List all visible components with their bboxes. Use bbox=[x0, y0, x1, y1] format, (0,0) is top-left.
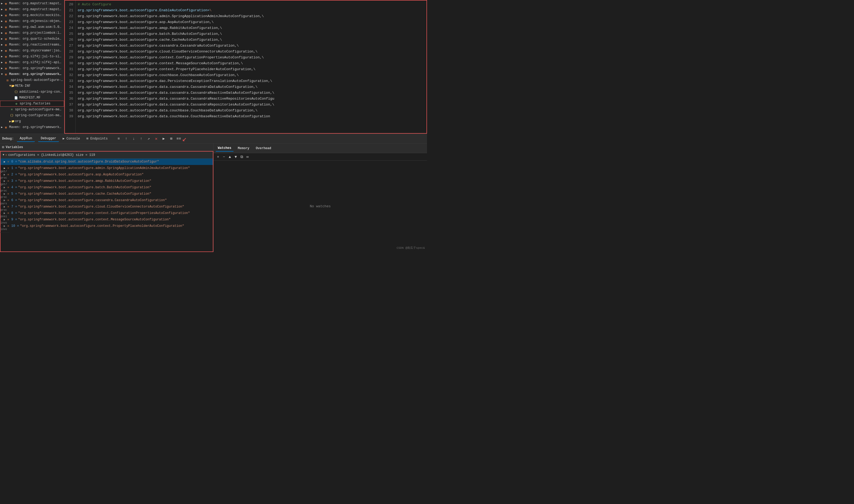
tree-item-org[interactable]: ▶📁org bbox=[0, 119, 64, 124]
expand-icon[interactable]: ▶ bbox=[1, 20, 3, 23]
tree-item-additional-json[interactable]: {}additional-spring-configuration-metada… bbox=[0, 89, 64, 95]
tab-overhead[interactable]: Overhead bbox=[254, 145, 274, 151]
remove-watch-btn[interactable]: − bbox=[222, 155, 227, 159]
expand-icon[interactable]: ▶ bbox=[1, 55, 3, 58]
code-line-26: org.springframework.boot.autoconfigure.c… bbox=[78, 37, 424, 43]
tree-item-spring-boot[interactable]: ▶▣Maven: org.springframework.boot:spring… bbox=[0, 65, 64, 71]
evaluate-btn[interactable]: ✕ bbox=[153, 136, 159, 142]
tab-apprun[interactable]: AppRun bbox=[17, 135, 35, 142]
var-expand-1[interactable]: ▶ bbox=[3, 166, 6, 170]
expand-icon[interactable]: ▶ bbox=[1, 37, 3, 40]
tree-item-maven-spring-boot-starter[interactable]: ▶▣Maven: org.springframework.boot:spring… bbox=[0, 124, 64, 130]
var-expand-5[interactable]: ▶ bbox=[3, 192, 6, 196]
var-expand-4[interactable]: ▶ bbox=[3, 185, 6, 189]
tab-memory[interactable]: Memory bbox=[236, 145, 251, 151]
show-exec-point-btn[interactable]: ≡ bbox=[116, 136, 122, 142]
tree-item-jar-file[interactable]: ▤spring-boot-autoconfigure-2.1.0.RELEASE… bbox=[0, 77, 64, 83]
copy-btn[interactable]: ⧉ bbox=[239, 155, 244, 159]
move-down-btn[interactable]: ▼ bbox=[233, 155, 238, 159]
var-item-2[interactable]: ▶≡2 = "org.springframework.boot.autoconf… bbox=[1, 172, 213, 178]
tree-item-spring-config-meta[interactable]: {}spring-configuration-metadata.json bbox=[0, 112, 64, 119]
tree-item-spring-boot-autoconfig[interactable]: ▼▣Maven: org.springframework.boot:spring… bbox=[0, 71, 64, 77]
tree-item-meta-inf[interactable]: ▼📂META-INF bbox=[0, 83, 64, 89]
tree-item-ow2[interactable]: ▶▣Maven: org.ow2.asm:asm:5.0.4 bbox=[0, 24, 64, 30]
expand-icon[interactable]: ▶ bbox=[1, 49, 3, 52]
arrow-indicator: ↙ bbox=[182, 134, 187, 143]
var-expand-10[interactable]: ▶ bbox=[3, 224, 6, 228]
var-icon-0: ≡ bbox=[6, 160, 10, 164]
resume-btn[interactable]: ▶ bbox=[161, 136, 167, 142]
expand-icon[interactable]: ▶ bbox=[1, 61, 3, 64]
step-out-btn[interactable]: ↑ bbox=[138, 136, 144, 142]
expand-icon[interactable]: ▶ bbox=[1, 43, 3, 46]
expand-icon[interactable]: ▼ bbox=[1, 73, 3, 76]
var-item-0[interactable]: ▶≡0 = "com.alibaba.druid.spring.boot.aut… bbox=[1, 159, 213, 165]
tree-item-mockito[interactable]: ▶▣Maven: org.mockito:mockito-core:2.23.0 bbox=[0, 12, 64, 18]
tree-item-spring-factories[interactable]: ⚙spring.factories bbox=[0, 101, 64, 107]
var-expand-7[interactable]: ▶ bbox=[3, 205, 6, 209]
var-expand-3[interactable]: ▶ bbox=[3, 179, 6, 183]
tree-item-jul-to-slf4j[interactable]: ▶▣Maven: org.slf4j:jul-to-slf4j:1.7.25 bbox=[0, 54, 64, 59]
watermark: CSDN @南瓜子spec& bbox=[397, 246, 425, 250]
tree-item-slf4j-api[interactable]: ▶▣Maven: org.slf4j:slf4j-api:1.7.25 bbox=[0, 59, 64, 65]
var-icon-3: ≡ bbox=[6, 179, 10, 183]
var-item-8[interactable]: ▶≡8 = "org.springframework.boot.autoconf… bbox=[1, 210, 213, 216]
tree-item-reactive[interactable]: ▶▣Maven: org.reactivestreams:reactive-st… bbox=[0, 42, 64, 48]
var-item-7[interactable]: ▶≡7 = "org.springframework.boot.autoconf… bbox=[1, 203, 213, 210]
tree-item-spring-autoconfig[interactable]: ≡spring-autoconfigure-metadata.propertie… bbox=[0, 107, 64, 112]
infinite-btn[interactable]: ∞ bbox=[245, 155, 250, 159]
tree-item-mapstruct[interactable]: ▶▣Maven: org.mapstruct:mapstruct:1.3.1.F… bbox=[0, 1, 64, 6]
tree-icon-json: {} bbox=[14, 90, 18, 94]
var-item-9[interactable]: ▶≡9 = "org.springframework.boot.autoconf… bbox=[1, 216, 213, 223]
code-line-30: org.springframework.boot.autoconfigure.c… bbox=[78, 60, 424, 67]
line-number-35: 35 bbox=[65, 90, 73, 96]
code-line-31: org.springframework.boot.autoconfigure.c… bbox=[78, 67, 424, 72]
code-line-24: org.springframework.boot.autoconfigure.a… bbox=[78, 25, 424, 31]
var-icon-7: ≡ bbox=[6, 205, 10, 209]
expand-icon[interactable]: ▶ bbox=[1, 25, 3, 29]
tree-item-mapstruct-proc[interactable]: ▶▣Maven: org.mapstruct:mapstruct-process… bbox=[0, 6, 64, 12]
expand-icon[interactable]: ▶ bbox=[1, 14, 3, 17]
var-item-10[interactable]: ▶≡10 = "org.springframework.boot.autocon… bbox=[1, 223, 213, 229]
line-number-36: 36 bbox=[65, 96, 73, 102]
settings-btn[interactable]: ≡≡ bbox=[176, 136, 182, 142]
var-expand-0[interactable]: ▶ bbox=[3, 160, 6, 164]
var-item-3[interactable]: ▶≡3 = "org.springframework.boot.autoconf… bbox=[1, 178, 213, 184]
tab-console[interactable]: ▶ Console bbox=[60, 136, 83, 142]
var-icon-1: ≡ bbox=[6, 166, 10, 170]
expand-arrow[interactable]: ▼ bbox=[3, 154, 4, 156]
tab-debugger[interactable]: Debugger bbox=[38, 136, 59, 142]
tab-watches[interactable]: Watches bbox=[216, 145, 233, 151]
expand-icon[interactable]: ▶ bbox=[1, 126, 3, 129]
var-expand-8[interactable]: ▶ bbox=[3, 211, 6, 215]
var-expand-9[interactable]: ▶ bbox=[3, 218, 6, 221]
tree-label-lombok: Maven: org.projectlombok:lombok:1.18.2 bbox=[9, 31, 63, 35]
expand-icon[interactable]: ▶ bbox=[1, 2, 3, 5]
var-item-1[interactable]: ▶≡1 = "org.springframework.boot.autoconf… bbox=[1, 165, 213, 172]
tree-item-manifest[interactable]: 📄MANIFEST.MF bbox=[0, 95, 64, 101]
expand-icon[interactable]: ▶ bbox=[1, 31, 3, 35]
run-to-cursor-btn[interactable]: ↗ bbox=[146, 136, 152, 142]
step-into-btn[interactable]: ↓ bbox=[131, 136, 137, 142]
add-watch-btn[interactable]: + bbox=[216, 155, 221, 159]
var-item-5[interactable]: ▶≡5 = "org.springframework.boot.autoconf… bbox=[1, 191, 213, 197]
step-over-btn[interactable]: ↑ bbox=[123, 136, 129, 142]
tree-item-quartz[interactable]: ▶▣Maven: org.quartz-scheduler:quartz:2.3… bbox=[0, 36, 64, 42]
tree-item-objenesis[interactable]: ▶▣Maven: org.objenesis:objenesis:2.6 bbox=[0, 18, 64, 24]
var-expand-6[interactable]: ▶ bbox=[3, 198, 6, 202]
var-item-4[interactable]: ▶≡4 = "org.springframework.boot.autoconf… bbox=[1, 184, 213, 191]
tab-endpoints[interactable]: ⊞ Endpoints bbox=[84, 136, 110, 142]
expand-icon[interactable]: ▶ bbox=[1, 67, 3, 70]
var-item-6[interactable]: ▶≡6 = "org.springframework.boot.autoconf… bbox=[1, 197, 213, 203]
file-tree: ▶▣Maven: org.mapstruct:mapstruct:1.3.1.F… bbox=[0, 0, 64, 133]
table-view-btn[interactable]: ⊞ bbox=[168, 136, 174, 142]
var-icon-5: ≡ bbox=[6, 192, 10, 196]
tree-item-jsonassert[interactable]: ▶▣Maven: org.skyscreamer:jsonassert:1.5.… bbox=[0, 48, 64, 54]
expand-icon[interactable]: ▶ bbox=[1, 8, 3, 11]
tree-item-lombok[interactable]: ▶▣Maven: org.projectlombok:lombok:1.18.2 bbox=[0, 30, 64, 36]
tree-icon-factories: ⚙ bbox=[14, 102, 18, 106]
var-expand-2[interactable]: ▶ bbox=[3, 173, 6, 177]
move-up-btn[interactable]: ▲ bbox=[228, 155, 232, 159]
tree-icon-maven: ▣ bbox=[4, 49, 8, 53]
toolbar-icons: ≡ ↑ ↓ ↑ ↗ ✕ ▶ ⊞ ≡≡ ↙ bbox=[116, 134, 187, 143]
